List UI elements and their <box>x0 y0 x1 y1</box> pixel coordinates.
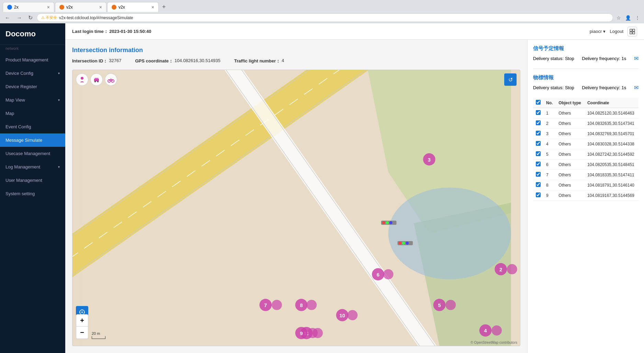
svg-point-50 <box>402 242 405 245</box>
sidebar-item-usecase-management[interactable]: Usecase Management <box>0 147 65 160</box>
signal-delivery-status-label: Delivery status: <box>533 56 564 61</box>
row-checkbox-cell[interactable] <box>533 108 543 118</box>
tab-2-close[interactable]: × <box>99 4 102 10</box>
sidebar-item-message-simulate[interactable]: Message Simulate <box>0 133 65 147</box>
sidebar-item-system-setting[interactable]: System setting <box>0 187 65 200</box>
car-icon-button[interactable] <box>90 73 103 86</box>
map-view-chevron-icon: ▾ <box>58 98 60 102</box>
row-checkbox-9[interactable] <box>536 192 541 197</box>
address-bar[interactable]: ⚠ 不安全 v2x-test.cdcloud.top/#/messageSimu… <box>37 13 613 22</box>
tab-2[interactable]: v2x × <box>55 2 106 12</box>
row-checkbox-cell[interactable] <box>533 118 543 129</box>
sidebar-item-device-register[interactable]: Device Register <box>0 80 65 93</box>
row-checkbox-cell[interactable] <box>533 190 543 201</box>
intersection-id-label: Intersection ID： <box>72 58 108 64</box>
forward-button[interactable]: → <box>14 14 24 22</box>
table-header-checkbox[interactable] <box>533 98 543 108</box>
sidebar-item-map[interactable]: Map <box>0 107 65 120</box>
row-no: 7 <box>543 170 556 180</box>
sidebar-item-map-view[interactable]: Map View ▾ <box>0 93 65 107</box>
tab-3[interactable]: v2x × <box>107 2 159 12</box>
sidebar-item-log-management[interactable]: Log Management ▾ <box>0 160 65 174</box>
sidebar-item-map-view-label: Map View <box>5 97 58 103</box>
row-coord: 104.0827242,30.5144592 <box>585 149 639 160</box>
sidebar-item-device-register-label: Device Register <box>5 84 60 89</box>
row-coord: 104.0818335,30.5147411 <box>585 170 639 180</box>
row-checkbox-cell[interactable] <box>533 139 543 149</box>
signal-delivery-row: Delivery status: Stop Delivery frequency… <box>533 55 639 62</box>
car-icon <box>93 76 100 83</box>
last-login-value: 2023-01-30 15:50:40 <box>109 29 151 34</box>
reload-button[interactable]: ↻ <box>26 14 35 22</box>
map-scale-bar <box>92 336 105 339</box>
row-checkbox-cell[interactable] <box>533 170 543 180</box>
bookmark-button[interactable]: ☆ <box>615 14 622 21</box>
row-type: Others <box>556 160 585 170</box>
objects-table: No. Object type Coordinate 1 Others 104.… <box>533 98 639 201</box>
object-email-icon[interactable]: ✉ <box>634 84 639 91</box>
map-refresh-button[interactable]: ↺ <box>504 73 517 86</box>
object-section: 物標情報 Delivery status: Stop Delivery freq… <box>533 74 639 91</box>
row-coord: 104.0820535,30.5148451 <box>585 160 639 170</box>
sidebar-item-product-management[interactable]: Product Management <box>0 53 65 67</box>
browser-chrome: 2x × v2x × v2x × + ← → ↻ ⚠ 不安全 v2x-test.… <box>0 0 644 23</box>
row-checkbox-2[interactable] <box>536 120 541 125</box>
signal-delivery-status-value: Stop <box>565 56 574 61</box>
sidebar-item-user-management-label: User Management <box>5 178 60 183</box>
motorcycle-icon-button[interactable] <box>105 73 117 86</box>
row-checkbox-7[interactable] <box>536 172 541 177</box>
svg-point-29 <box>307 328 318 338</box>
map-scale: 20 m <box>92 331 105 339</box>
map-container[interactable]: 6 10 11 8 9 <box>72 70 520 346</box>
menu-button[interactable]: ⋮ <box>634 14 641 21</box>
map-zoom-in-button[interactable]: + <box>76 314 88 327</box>
person-icon-button[interactable] <box>76 73 88 86</box>
row-checkbox-8[interactable] <box>536 182 541 187</box>
new-tab-button[interactable]: + <box>159 2 169 12</box>
svg-point-49 <box>398 242 402 245</box>
svg-rect-0 <box>630 29 632 31</box>
svg-point-46 <box>386 221 389 224</box>
svg-text:8: 8 <box>300 303 303 308</box>
logout-button[interactable]: Logout <box>610 29 623 34</box>
table-row: 4 Others 104.0830328,30.5144338 <box>533 139 639 149</box>
tab-3-close[interactable]: × <box>151 4 154 10</box>
user-dropdown[interactable]: piaocr ▾ <box>590 29 606 34</box>
table-body: 1 Others 104.0825120,30.5146463 2 Others… <box>533 108 639 201</box>
row-checkbox-3[interactable] <box>536 131 541 136</box>
row-checkbox-cell[interactable] <box>533 180 543 190</box>
sidebar-item-device-config[interactable]: Device Config ▾ <box>0 67 65 80</box>
sidebar-item-user-management[interactable]: User Management <box>0 174 65 187</box>
sidebar: Docomo network Product Management Device… <box>0 23 65 353</box>
traffic-light-label: Traffic light number： <box>234 58 280 64</box>
table-row: 1 Others 104.0825120,30.5146463 <box>533 108 639 118</box>
grid-icon[interactable] <box>628 27 637 36</box>
back-button[interactable]: ← <box>3 14 12 22</box>
row-checkbox-4[interactable] <box>536 141 541 146</box>
row-checkbox-6[interactable] <box>536 162 541 166</box>
select-all-checkbox[interactable] <box>536 100 541 105</box>
svg-text:9: 9 <box>300 331 303 336</box>
map-zoom-out-button[interactable]: − <box>76 327 88 339</box>
row-checkbox-5[interactable] <box>536 151 541 156</box>
row-checkbox-cell[interactable] <box>533 149 543 160</box>
row-checkbox-1[interactable] <box>536 110 541 115</box>
signal-email-icon[interactable]: ✉ <box>634 55 639 62</box>
svg-point-7 <box>388 187 511 279</box>
object-delivery-freq-value: 1s <box>622 85 626 90</box>
tab-1-close[interactable]: × <box>47 4 50 10</box>
svg-point-52 <box>81 77 83 80</box>
sidebar-item-event-config[interactable]: Event Config <box>0 120 65 133</box>
signal-title: 信号予定情報 <box>533 45 639 52</box>
table-row: 9 Others 104.0819167,30.5144569 <box>533 190 639 201</box>
svg-point-26 <box>306 300 317 310</box>
row-checkbox-cell[interactable] <box>533 160 543 170</box>
row-checkbox-cell[interactable] <box>533 129 543 139</box>
section-title: Intersection information <box>72 47 520 54</box>
object-delivery-status-label: Delivery status: <box>533 85 564 90</box>
traffic-light-field: Traffic light number： 4 <box>234 58 284 64</box>
profile-button[interactable]: 👤 <box>624 14 632 21</box>
tab-1[interactable]: 2x × <box>3 2 54 12</box>
signal-delivery-freq-label: Delivery frequency: <box>582 56 620 61</box>
row-no: 4 <box>543 139 556 149</box>
